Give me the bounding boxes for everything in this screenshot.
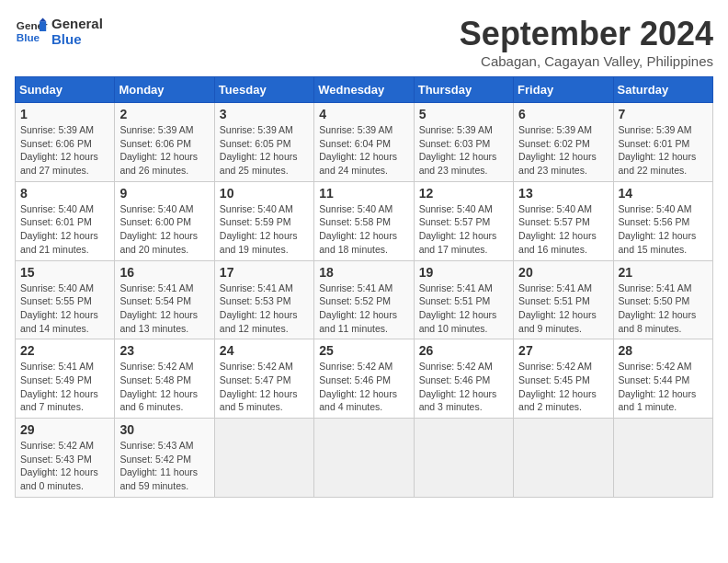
day-number: 18 bbox=[319, 265, 408, 280]
table-row: 29 Sunrise: 5:42 AM Sunset: 5:43 PM Dayl… bbox=[16, 419, 115, 498]
day-number: 7 bbox=[619, 107, 708, 121]
table-row: 20 Sunrise: 5:41 AM Sunset: 5:51 PM Dayl… bbox=[514, 260, 613, 339]
day-detail: Sunrise: 5:41 AM Sunset: 5:49 PM Dayligh… bbox=[20, 360, 109, 414]
svg-marker-2 bbox=[40, 21, 46, 31]
day-detail: Sunrise: 5:42 AM Sunset: 5:46 PM Dayligh… bbox=[319, 360, 408, 414]
col-tuesday: Tuesday bbox=[214, 77, 313, 103]
table-row: 11 Sunrise: 5:40 AM Sunset: 5:58 PM Dayl… bbox=[314, 181, 414, 260]
calendar-row: 29 Sunrise: 5:42 AM Sunset: 5:43 PM Dayl… bbox=[16, 419, 713, 498]
table-row: 8 Sunrise: 5:40 AM Sunset: 6:01 PM Dayli… bbox=[16, 181, 115, 260]
day-number: 10 bbox=[220, 186, 309, 201]
day-detail: Sunrise: 5:42 AM Sunset: 5:43 PM Dayligh… bbox=[20, 439, 109, 493]
table-row: 17 Sunrise: 5:41 AM Sunset: 5:53 PM Dayl… bbox=[214, 260, 313, 339]
title-area: September 2024 Cabagan, Cagayan Valley, … bbox=[460, 15, 713, 69]
day-detail: Sunrise: 5:39 AM Sunset: 6:05 PM Dayligh… bbox=[220, 123, 309, 178]
day-detail: Sunrise: 5:40 AM Sunset: 5:58 PM Dayligh… bbox=[319, 202, 408, 257]
day-number: 5 bbox=[419, 107, 508, 121]
day-number: 11 bbox=[319, 186, 408, 201]
table-row: 22 Sunrise: 5:41 AM Sunset: 5:49 PM Dayl… bbox=[16, 339, 115, 419]
table-row: 10 Sunrise: 5:40 AM Sunset: 5:59 PM Dayl… bbox=[214, 181, 313, 260]
day-detail: Sunrise: 5:41 AM Sunset: 5:51 PM Dayligh… bbox=[419, 282, 508, 336]
calendar-row: 8 Sunrise: 5:40 AM Sunset: 6:01 PM Dayli… bbox=[16, 181, 713, 260]
svg-text:Blue: Blue bbox=[17, 31, 40, 43]
calendar-row: 1 Sunrise: 5:39 AM Sunset: 6:06 PM Dayli… bbox=[16, 103, 713, 182]
day-detail: Sunrise: 5:42 AM Sunset: 5:44 PM Dayligh… bbox=[619, 360, 708, 414]
day-number: 21 bbox=[619, 265, 708, 280]
table-row: 12 Sunrise: 5:40 AM Sunset: 5:57 PM Dayl… bbox=[414, 181, 513, 260]
day-number: 15 bbox=[20, 265, 109, 280]
day-detail: Sunrise: 5:41 AM Sunset: 5:50 PM Dayligh… bbox=[619, 282, 708, 336]
table-row bbox=[314, 419, 414, 498]
day-detail: Sunrise: 5:40 AM Sunset: 5:56 PM Dayligh… bbox=[619, 202, 708, 257]
table-row: 9 Sunrise: 5:40 AM Sunset: 6:00 PM Dayli… bbox=[115, 181, 214, 260]
table-row: 25 Sunrise: 5:42 AM Sunset: 5:46 PM Dayl… bbox=[314, 339, 414, 419]
day-detail: Sunrise: 5:42 AM Sunset: 5:46 PM Dayligh… bbox=[419, 360, 508, 414]
table-row: 13 Sunrise: 5:40 AM Sunset: 5:57 PM Dayl… bbox=[514, 181, 613, 260]
day-number: 25 bbox=[319, 343, 408, 358]
col-wednesday: Wednesday bbox=[314, 77, 414, 103]
day-number: 27 bbox=[518, 343, 608, 358]
day-detail: Sunrise: 5:40 AM Sunset: 5:57 PM Dayligh… bbox=[518, 202, 608, 257]
day-number: 30 bbox=[119, 422, 209, 437]
day-number: 19 bbox=[419, 265, 508, 280]
day-detail: Sunrise: 5:40 AM Sunset: 5:55 PM Dayligh… bbox=[20, 282, 109, 336]
table-row: 15 Sunrise: 5:40 AM Sunset: 5:55 PM Dayl… bbox=[16, 260, 115, 339]
table-row bbox=[613, 419, 712, 498]
col-saturday: Saturday bbox=[613, 77, 712, 103]
table-row bbox=[514, 419, 613, 498]
day-number: 23 bbox=[119, 343, 209, 358]
day-detail: Sunrise: 5:42 AM Sunset: 5:48 PM Dayligh… bbox=[119, 360, 209, 414]
table-row: 26 Sunrise: 5:42 AM Sunset: 5:46 PM Dayl… bbox=[414, 339, 513, 419]
table-row: 1 Sunrise: 5:39 AM Sunset: 6:06 PM Dayli… bbox=[16, 103, 115, 182]
day-number: 13 bbox=[518, 186, 608, 201]
table-row: 7 Sunrise: 5:39 AM Sunset: 6:01 PM Dayli… bbox=[613, 103, 712, 182]
table-row: 6 Sunrise: 5:39 AM Sunset: 6:02 PM Dayli… bbox=[514, 103, 613, 182]
table-row: 27 Sunrise: 5:42 AM Sunset: 5:45 PM Dayl… bbox=[514, 339, 613, 419]
day-number: 3 bbox=[220, 107, 309, 121]
day-detail: Sunrise: 5:39 AM Sunset: 6:06 PM Dayligh… bbox=[119, 123, 209, 178]
day-detail: Sunrise: 5:41 AM Sunset: 5:53 PM Dayligh… bbox=[220, 282, 309, 336]
col-friday: Friday bbox=[514, 77, 613, 103]
table-row: 4 Sunrise: 5:39 AM Sunset: 6:04 PM Dayli… bbox=[314, 103, 414, 182]
day-detail: Sunrise: 5:40 AM Sunset: 6:00 PM Dayligh… bbox=[119, 202, 209, 257]
month-title: September 2024 bbox=[460, 15, 713, 53]
day-number: 22 bbox=[20, 343, 109, 358]
table-row: 21 Sunrise: 5:41 AM Sunset: 5:50 PM Dayl… bbox=[613, 260, 712, 339]
day-detail: Sunrise: 5:42 AM Sunset: 5:45 PM Dayligh… bbox=[518, 360, 608, 414]
table-row: 3 Sunrise: 5:39 AM Sunset: 6:05 PM Dayli… bbox=[214, 103, 313, 182]
table-row bbox=[214, 419, 313, 498]
day-number: 6 bbox=[518, 107, 608, 121]
col-monday: Monday bbox=[115, 77, 214, 103]
table-row bbox=[414, 419, 513, 498]
day-number: 4 bbox=[319, 107, 408, 121]
day-number: 12 bbox=[419, 186, 508, 201]
table-row: 14 Sunrise: 5:40 AM Sunset: 5:56 PM Dayl… bbox=[613, 181, 712, 260]
day-detail: Sunrise: 5:41 AM Sunset: 5:52 PM Dayligh… bbox=[319, 282, 408, 336]
logo: General Blue General Blue bbox=[15, 15, 103, 48]
day-number: 20 bbox=[518, 265, 608, 280]
table-row: 16 Sunrise: 5:41 AM Sunset: 5:54 PM Dayl… bbox=[115, 260, 214, 339]
day-detail: Sunrise: 5:40 AM Sunset: 5:59 PM Dayligh… bbox=[220, 202, 309, 257]
day-detail: Sunrise: 5:39 AM Sunset: 6:06 PM Dayligh… bbox=[20, 123, 109, 178]
table-row: 28 Sunrise: 5:42 AM Sunset: 5:44 PM Dayl… bbox=[613, 339, 712, 419]
day-number: 9 bbox=[119, 186, 209, 201]
day-number: 2 bbox=[119, 107, 209, 121]
calendar-table: Sunday Monday Tuesday Wednesday Thursday… bbox=[15, 76, 713, 498]
day-number: 8 bbox=[20, 186, 109, 201]
day-number: 29 bbox=[20, 422, 109, 437]
calendar-header-row: Sunday Monday Tuesday Wednesday Thursday… bbox=[16, 77, 713, 103]
table-row: 19 Sunrise: 5:41 AM Sunset: 5:51 PM Dayl… bbox=[414, 260, 513, 339]
calendar-row: 15 Sunrise: 5:40 AM Sunset: 5:55 PM Dayl… bbox=[16, 260, 713, 339]
day-number: 26 bbox=[419, 343, 508, 358]
col-sunday: Sunday bbox=[16, 77, 115, 103]
table-row: 24 Sunrise: 5:42 AM Sunset: 5:47 PM Dayl… bbox=[214, 339, 313, 419]
table-row: 18 Sunrise: 5:41 AM Sunset: 5:52 PM Dayl… bbox=[314, 260, 414, 339]
day-detail: Sunrise: 5:40 AM Sunset: 6:01 PM Dayligh… bbox=[20, 202, 109, 257]
day-detail: Sunrise: 5:40 AM Sunset: 5:57 PM Dayligh… bbox=[419, 202, 508, 257]
day-detail: Sunrise: 5:41 AM Sunset: 5:54 PM Dayligh… bbox=[119, 282, 209, 336]
day-detail: Sunrise: 5:39 AM Sunset: 6:02 PM Dayligh… bbox=[518, 123, 608, 178]
day-number: 28 bbox=[619, 343, 708, 358]
day-number: 1 bbox=[20, 107, 109, 121]
table-row: 2 Sunrise: 5:39 AM Sunset: 6:06 PM Dayli… bbox=[115, 103, 214, 182]
day-number: 24 bbox=[220, 343, 309, 358]
